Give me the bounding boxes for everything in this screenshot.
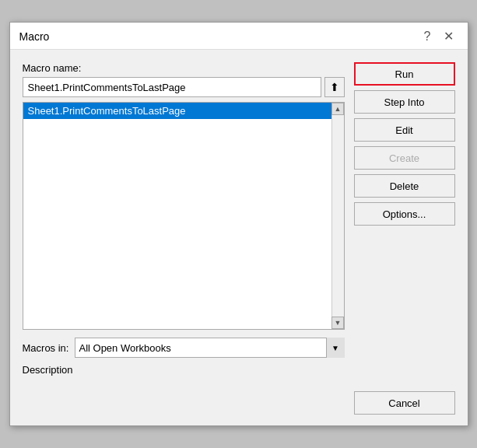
macro-name-input[interactable]	[23, 77, 321, 97]
right-panel: Run Step Into Edit Create Delete Options…	[354, 62, 455, 376]
scroll-up-arrow[interactable]: ▲	[331, 103, 344, 115]
step-into-button[interactable]: Step Into	[354, 90, 455, 114]
close-button[interactable]: ✕	[439, 29, 458, 44]
title-bar-left: Macro	[19, 30, 50, 43]
macro-dialog: Macro ? ✕ Macro name: ⬆ Sheet1.PrintComm…	[9, 22, 468, 426]
macro-list-container: Sheet1.PrintCommentsToLastPage ▲ ▼	[23, 102, 345, 330]
create-button[interactable]: Create	[354, 146, 455, 170]
edit-button[interactable]: Edit	[354, 118, 455, 142]
macros-in-label: Macros in:	[23, 342, 69, 354]
run-button[interactable]: Run	[354, 62, 455, 86]
help-button[interactable]: ?	[419, 29, 436, 44]
cancel-button[interactable]: Cancel	[354, 391, 455, 415]
upload-button[interactable]: ⬆	[324, 77, 345, 97]
macro-name-label: Macro name:	[23, 62, 345, 74]
macros-in-select-wrapper: All Open Workbooks ▼	[75, 338, 344, 358]
list-item[interactable]: Sheet1.PrintCommentsToLastPage	[23, 103, 344, 119]
macros-in-row: Macros in: All Open Workbooks ▼	[23, 338, 345, 358]
options-button[interactable]: Options...	[354, 202, 455, 226]
title-bar-controls: ? ✕	[419, 29, 458, 44]
left-panel: Macro name: ⬆ Sheet1.PrintCommentsToLast…	[23, 62, 345, 376]
dialog-body: Macro name: ⬆ Sheet1.PrintCommentsToLast…	[10, 50, 468, 385]
scrollbar[interactable]: ▲ ▼	[331, 103, 344, 329]
macro-name-row: ⬆	[23, 77, 345, 97]
title-bar: Macro ? ✕	[10, 23, 468, 50]
upload-icon: ⬆	[330, 81, 339, 93]
delete-button[interactable]: Delete	[354, 174, 455, 198]
macros-in-select[interactable]: All Open Workbooks	[75, 338, 344, 358]
dialog-footer: Cancel	[10, 385, 468, 425]
scroll-down-arrow[interactable]: ▼	[331, 317, 344, 329]
scroll-thumb-area	[332, 115, 344, 317]
macro-list: Sheet1.PrintCommentsToLastPage	[23, 103, 344, 329]
description-label: Description	[23, 364, 345, 376]
dialog-title: Macro	[19, 30, 50, 43]
